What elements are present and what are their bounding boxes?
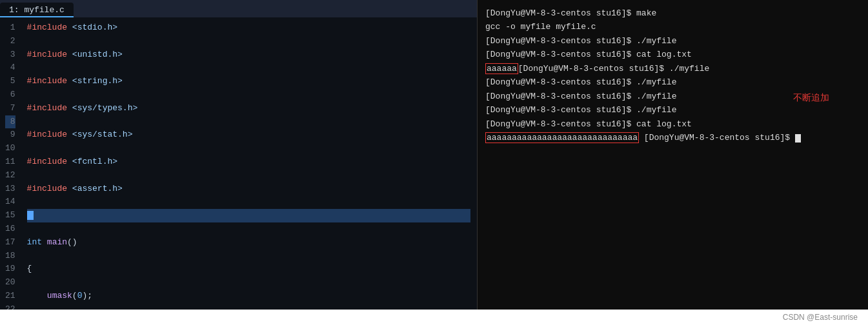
tab-label: 1: myfile.c — [9, 5, 65, 15]
annotation-append: 不断追加 — [793, 90, 829, 105]
term-line-1: [DongYu@VM-8-3-centos stu16]$ make — [485, 6, 860, 20]
highlight-long-a: aaaaaaaaaaaaaaaaaaaaaaaaaaaaaa — [485, 132, 639, 143]
line-numbers: 1 2 3 4 5 6 7 8 9 10 11 12 13 14 15 16 1… — [0, 17, 21, 310]
term-line-9: [DongYu@VM-8-3-centos stu16]$ cat log.tx… — [485, 117, 860, 131]
term-line-6: [DongYu@VM-8-3-centos stu16]$ ./myfile — [485, 75, 860, 89]
brand-text: CSDN @East-sunrise — [783, 313, 858, 322]
highlight-aaaaaa: aaaaaa — [485, 63, 518, 74]
code-content[interactable]: #include <stdio.h> #include <unistd.h> #… — [21, 17, 477, 310]
term-line-10: aaaaaaaaaaaaaaaaaaaaaaaaaaaaaa [DongYu@V… — [485, 131, 860, 144]
term-line-3: [DongYu@VM-8-3-centos stu16]$ ./myfile — [485, 34, 860, 48]
tab-bar: 1: myfile.c — [0, 0, 477, 17]
term-line-4: [DongYu@VM-8-3-centos stu16]$ cat log.tx… — [485, 48, 860, 61]
footer: CSDN @East-sunrise — [0, 310, 868, 325]
term-line-5: aaaaaa[DongYu@VM-8-3-centos stu16]$ ./my… — [485, 62, 860, 75]
terminal-panel[interactable]: [DongYu@VM-8-3-centos stu16]$ make gcc -… — [478, 0, 868, 310]
code-body: 1 2 3 4 5 6 7 8 9 10 11 12 13 14 15 16 1… — [0, 17, 477, 310]
code-editor: 1: myfile.c 1 2 3 4 5 6 7 8 9 10 11 12 1… — [0, 0, 478, 310]
active-tab[interactable]: 1: myfile.c — [0, 3, 74, 17]
term-line-8: [DongYu@VM-8-3-centos stu16]$ ./myfile — [485, 103, 860, 117]
term-line-2: gcc -o myfile myfile.c — [485, 20, 860, 34]
